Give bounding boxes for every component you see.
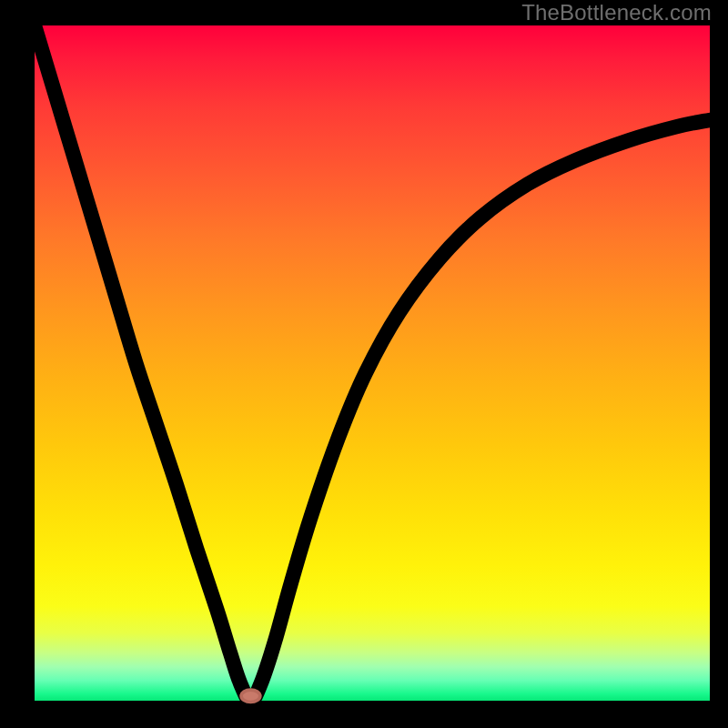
watermark-text: TheBottleneck.com <box>521 0 712 25</box>
bottleneck-curve <box>35 25 710 701</box>
minimum-marker <box>241 690 260 702</box>
plot-area <box>35 25 710 701</box>
chart-container: TheBottleneck.com <box>0 0 728 728</box>
plot-svg <box>35 25 710 701</box>
